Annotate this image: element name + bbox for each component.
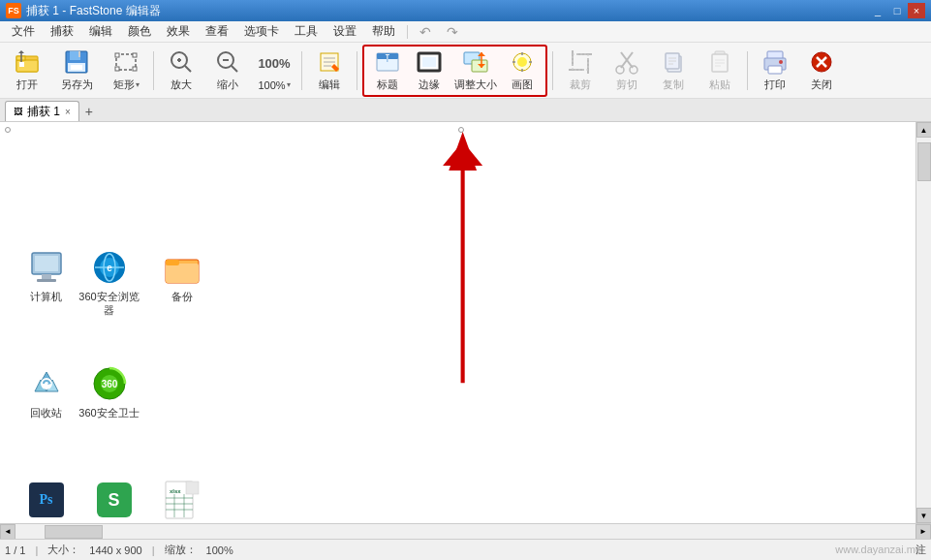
icon-recycle-label: 回收站 (30, 406, 62, 420)
tab-close-icon[interactable]: × (65, 107, 71, 117)
scroll-track-right[interactable] (916, 138, 932, 508)
svg-point-67 (779, 60, 783, 64)
open-label: 打开 (16, 78, 38, 92)
open-button[interactable]: 打开 (5, 47, 49, 95)
svg-point-52 (616, 66, 624, 74)
maximize-btn[interactable]: □ (888, 3, 906, 18)
tabs-bar: 🖼 捕获 1 × + (0, 99, 931, 122)
menu-edit[interactable]: 编辑 (82, 20, 119, 43)
app-icon: FS (6, 3, 21, 18)
border-label: 边缘 (419, 78, 440, 92)
icon-folder-label: 备份 (171, 290, 193, 303)
scroll-thumb-right[interactable] (917, 142, 931, 181)
svg-text:T: T (386, 53, 390, 60)
rect-button[interactable]: 矩形 ▾ (104, 47, 148, 95)
menu-tools[interactable]: 工具 (288, 20, 325, 43)
saveas-button[interactable]: 另存为 (51, 47, 102, 95)
icon-recycle[interactable]: 回收站 (15, 364, 78, 420)
rect-label: 矩形 (113, 78, 135, 92)
zoomin-button[interactable]: 放大 (159, 47, 203, 95)
svg-rect-3 (19, 62, 24, 67)
print-button[interactable]: 打印 (753, 47, 797, 95)
icon-xlsx-label: 11月关键词.xlsx (153, 522, 210, 523)
svg-rect-12 (115, 53, 119, 57)
scrollbar-bottom[interactable]: ◄ ► (0, 523, 931, 539)
svg-rect-73 (42, 274, 51, 279)
icon-ie[interactable]: e 360安全浏览器 (78, 248, 140, 318)
icon-computer[interactable]: 计算机 (15, 248, 78, 303)
svg-rect-13 (133, 53, 137, 57)
crop-label: 裁剪 (570, 78, 591, 92)
menu-tabs[interactable]: 选项卡 (237, 20, 286, 43)
copy-button[interactable]: 复制 (651, 47, 696, 95)
crop-button[interactable]: 裁剪 (558, 47, 603, 95)
svg-rect-66 (768, 66, 782, 74)
draw-button[interactable]: 画图 (502, 47, 543, 95)
menu-file[interactable]: 文件 (5, 20, 42, 43)
cut-label: 剪切 (616, 78, 637, 92)
title-button[interactable]: T T 标题 (367, 47, 408, 95)
status-bar: 1 / 1 | 大小： 1440 x 900 | 缩放： 100% 注 www.… (0, 539, 931, 560)
saveas-label: 另存为 (61, 78, 93, 92)
svg-rect-49 (573, 54, 588, 70)
zoomin-label: 放大 (171, 78, 192, 92)
svg-marker-98 (443, 141, 482, 166)
svg-line-22 (232, 66, 237, 72)
scroll-right-btn[interactable]: ► (915, 524, 931, 540)
icon-folder[interactable]: 备份 (150, 248, 213, 303)
zoom100-button[interactable]: 100% 100% ▾ (252, 47, 296, 95)
resize-label: 调整大小 (454, 78, 497, 92)
print-label: 打印 (764, 78, 786, 92)
close-btn[interactable]: × (908, 3, 925, 18)
svg-line-19 (185, 66, 191, 72)
zoom100-label: 100% (258, 79, 285, 91)
scroll-up-btn[interactable]: ▲ (916, 122, 932, 138)
icon-wps[interactable]: S WPS表格 (82, 481, 145, 523)
minimize-btn[interactable]: _ (869, 3, 886, 18)
canvas-inner: 计算机 e 360安全浏览器 (0, 122, 915, 523)
edit-button[interactable]: 编辑 (307, 47, 352, 95)
red-arrow (0, 122, 915, 523)
redo-btn[interactable]: ↷ (440, 21, 465, 43)
menu-settings[interactable]: 设置 (326, 20, 363, 43)
scroll-left-btn[interactable]: ◄ (0, 524, 16, 540)
icon-wps-label: WPS表格 (91, 522, 137, 523)
icon-360-label: 360安全卫士 (78, 406, 139, 420)
svg-rect-72 (35, 256, 58, 271)
svg-rect-89 (186, 482, 199, 494)
tab-capture1[interactable]: 🖼 捕获 1 × (5, 101, 79, 121)
svg-text:360: 360 (101, 379, 117, 389)
window-title: 捕获 1 - FastStone 编辑器 (26, 3, 161, 19)
icon-xlsx[interactable]: xlsx 11月关键词.xlsx (150, 481, 213, 523)
cut-button[interactable]: 剪切 (605, 47, 649, 95)
draw-label: 画图 (512, 78, 533, 92)
toolbar-close-button[interactable]: 关闭 (799, 47, 844, 95)
menu-effect[interactable]: 效果 (160, 20, 197, 43)
zoom-value: 100% (206, 544, 233, 556)
paste-button[interactable]: 粘贴 (698, 47, 742, 95)
menu-view[interactable]: 查看 (199, 20, 235, 43)
icon-ps-label: AdobePhotosh... (22, 522, 71, 523)
icon-360[interactable]: 360 360安全卫士 (78, 364, 140, 420)
resize-button[interactable]: 调整大小 (450, 47, 501, 95)
scroll-down-btn[interactable]: ▼ (916, 508, 932, 523)
zoomout-button[interactable]: 缩小 (205, 47, 250, 95)
icon-ps[interactable]: Ps AdobePhotosh... (15, 481, 78, 523)
undo-btn[interactable]: ↶ (413, 21, 438, 43)
hscroll-track (16, 524, 915, 540)
menu-help[interactable]: 帮助 (365, 20, 402, 43)
zoomout-label: 缩小 (217, 78, 238, 92)
zoom-label: 缩放： (165, 543, 197, 557)
border-button[interactable]: 边缘 (409, 47, 450, 95)
menu-color[interactable]: 颜色 (121, 20, 158, 43)
scrollbar-right[interactable]: ▲ ▼ (915, 122, 931, 523)
svg-point-53 (630, 66, 637, 74)
svg-rect-82 (166, 260, 179, 265)
add-tab-button[interactable]: + (79, 101, 99, 121)
size-label: 大小： (47, 543, 79, 557)
canvas-area: 计算机 e 360安全浏览器 (0, 122, 931, 539)
title-label: 标题 (377, 78, 398, 92)
highlighted-group: T T 标题 边缘 (362, 45, 547, 97)
menu-capture[interactable]: 捕获 (44, 20, 80, 43)
copy-label: 复制 (663, 78, 684, 92)
